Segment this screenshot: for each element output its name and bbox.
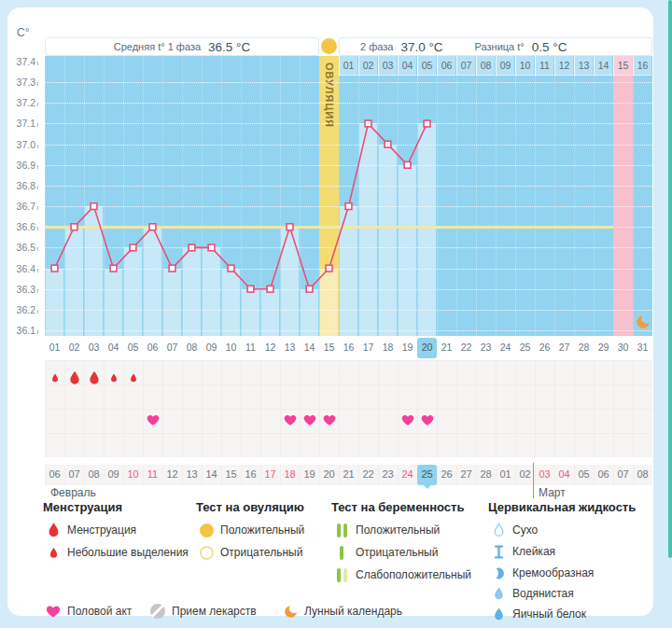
legend-item: Положительный	[331, 522, 440, 538]
calendar-date-cell[interactable]: 20	[319, 465, 339, 485]
calendar-date-cell[interactable]: 07	[64, 465, 84, 485]
cycle-day-cell[interactable]: 25	[515, 338, 535, 358]
cycle-day-cell[interactable]: 09	[202, 338, 221, 358]
calendar-date-cell[interactable]: 04	[554, 465, 574, 485]
calendar-date-cell[interactable]: 15	[221, 465, 241, 485]
calendar-date-cell[interactable]: 06	[45, 465, 64, 485]
cycle-day-cell[interactable]: 16	[339, 338, 358, 358]
cycle-day-cell[interactable]: 24	[496, 338, 515, 358]
cycle-day-cell[interactable]: 11	[241, 338, 260, 358]
phase2-day-label: 16	[633, 56, 651, 76]
temperature-bar[interactable]	[242, 289, 259, 336]
calendar-date-cell[interactable]: 02	[515, 465, 535, 485]
temperature-bar[interactable]	[46, 269, 63, 336]
menstruation-mark[interactable]	[50, 373, 59, 384]
temperature-bar[interactable]	[183, 247, 201, 336]
cycle-day-cell[interactable]: 26	[535, 338, 554, 358]
temperature-bar[interactable]	[281, 227, 299, 336]
calendar-date-cell[interactable]: 26	[437, 465, 456, 485]
calendar-date-cell[interactable]: 22	[358, 465, 378, 485]
temperature-bar[interactable]	[163, 269, 181, 336]
cycle-day-cell[interactable]: 18	[378, 338, 398, 358]
cycle-day-cell[interactable]: 30	[613, 338, 633, 358]
cycle-day-cell[interactable]: 21	[437, 338, 456, 358]
calendar-date-cell[interactable]: 09	[104, 465, 123, 485]
calendar-date-cell[interactable]: 24	[398, 465, 417, 485]
temperature-bar[interactable]	[261, 289, 279, 336]
cycle-day-cell[interactable]: 10	[221, 338, 241, 358]
calendar-date-cell[interactable]: 03	[535, 465, 554, 485]
calendar-date-cell[interactable]: 19	[300, 465, 319, 485]
calendar-date-cell[interactable]: 08	[633, 465, 652, 485]
calendar-date-cell[interactable]: 07	[613, 465, 633, 485]
intercourse-mark[interactable]	[420, 413, 435, 426]
calendar-date-cell[interactable]: 11	[143, 465, 162, 485]
calendar-date-cell[interactable]: 27	[456, 465, 476, 485]
calendar-date-cell[interactable]: 10	[123, 465, 143, 485]
calendar-date-cell[interactable]: 18	[280, 465, 300, 485]
cycle-day-cell[interactable]: 14	[300, 338, 319, 358]
cycle-day-cell[interactable]: 03	[84, 338, 104, 358]
cycle-day-cell[interactable]: 29	[594, 338, 613, 358]
menstruation-mark[interactable]	[109, 373, 118, 384]
cycle-day-cell[interactable]: 02	[64, 338, 84, 358]
cycle-day-cell[interactable]: 17	[358, 338, 378, 358]
cycle-day-cell[interactable]: 22	[456, 338, 476, 358]
temperature-bar[interactable]	[359, 123, 377, 336]
legend-item: Слабоположительный	[331, 566, 471, 583]
intercourse-mark[interactable]	[322, 413, 337, 426]
legend-item-label: Прием лекарств	[172, 605, 257, 618]
calendar-date-cell[interactable]: 16	[241, 465, 260, 485]
intercourse-mark[interactable]	[400, 413, 415, 426]
temperature-bar[interactable]	[379, 145, 397, 336]
cycle-day-cell[interactable]: 23	[476, 338, 496, 358]
calendar-date-cell[interactable]: 06	[594, 465, 613, 485]
calendar-date-cell[interactable]: 01	[496, 465, 515, 485]
calendar-date-cell[interactable]: 14	[202, 465, 221, 485]
temperature-bar[interactable]	[105, 269, 122, 336]
cycle-day-cell[interactable]: 06	[143, 338, 162, 358]
cycle-day-cell[interactable]: 07	[162, 338, 182, 358]
calendar-date-cell[interactable]: 13	[182, 465, 202, 485]
cycle-day-cell[interactable]: 19	[398, 338, 417, 358]
cycle-day-cell[interactable]: 15	[319, 338, 339, 358]
drop-icon	[47, 522, 61, 538]
calendar-date-cell[interactable]: 05	[574, 465, 594, 485]
calendar-date-cell[interactable]: 12	[162, 465, 182, 485]
temperature-bar[interactable]	[320, 269, 338, 336]
calendar-date-cell[interactable]: 21	[339, 465, 358, 485]
menstruation-mark[interactable]	[68, 370, 81, 386]
cycle-day-cell[interactable]: 12	[260, 338, 280, 358]
cycle-day-cell[interactable]: 04	[104, 338, 123, 358]
temperature-bar[interactable]	[124, 247, 142, 336]
cycle-day-cell[interactable]: 27	[554, 338, 574, 358]
menstruation-mark[interactable]	[88, 370, 101, 386]
temperature-bar[interactable]	[65, 227, 83, 336]
calendar-date-cell[interactable]: 08	[84, 465, 104, 485]
coverline	[45, 226, 613, 229]
temperature-bar[interactable]	[301, 289, 318, 336]
temperature-bar[interactable]	[418, 123, 436, 336]
temperature-plot[interactable]: ОВУЛЯЦИЯ01020304050607080910111213141516	[45, 56, 652, 336]
calendar-date-cell[interactable]: 28	[476, 465, 496, 485]
temperature-bar[interactable]	[399, 165, 416, 336]
intercourse-mark[interactable]	[302, 413, 317, 426]
intercourse-mark[interactable]	[146, 413, 161, 426]
cycle-day-cell[interactable]: 31	[633, 338, 652, 358]
intercourse-mark[interactable]	[283, 413, 298, 426]
temperature-bar[interactable]	[203, 247, 220, 336]
temperature-bar[interactable]	[144, 227, 161, 336]
cycle-day-cell[interactable]: 20	[417, 338, 437, 358]
cycle-day-cell[interactable]: 01	[45, 338, 64, 358]
calendar-date-cell[interactable]: 23	[378, 465, 398, 485]
cycle-day-cell[interactable]: 13	[280, 338, 300, 358]
cycle-day-cell[interactable]: 28	[574, 338, 594, 358]
menstruation-mark[interactable]	[129, 373, 137, 384]
cycle-day-cell[interactable]: 08	[182, 338, 202, 358]
calendar-date-cell[interactable]: 17	[260, 465, 280, 485]
cycle-day-cell[interactable]: 05	[123, 338, 143, 358]
drop-icon	[493, 607, 505, 621]
symptom-tracker-grid[interactable]	[45, 360, 652, 457]
temperature-bar[interactable]	[222, 269, 240, 336]
calendar-date-cell[interactable]: 25	[417, 465, 437, 485]
